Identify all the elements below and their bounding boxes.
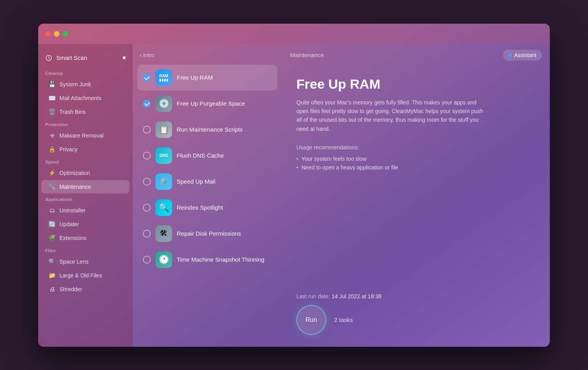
- sidebar-item-mail-attachments[interactable]: ✉️Mail Attachments: [41, 91, 129, 105]
- sidebar-item-label-optimization: Optimization: [59, 170, 90, 176]
- sidebar-item-label-space-lens: Space Lens: [59, 258, 89, 265]
- sidebar-item-uninstaller[interactable]: 🗂Uninstaller: [41, 204, 129, 217]
- sidebar-item-shredder[interactable]: 🖨Shredder: [41, 283, 129, 296]
- detail-content: Free Up RAM Quite often your Mac's memor…: [296, 76, 536, 293]
- detail-description: Quite often your Mac's memory gets fully…: [296, 98, 485, 134]
- maintenance-item-time-machine-snapshot-thinning[interactable]: 🕐 Time Machine Snapshot Thinning: [137, 247, 277, 273]
- titlebar: [38, 24, 550, 44]
- sidebar-item-label-mail-attachments: Mail Attachments: [59, 95, 102, 101]
- maintenance-item-speed-up-mail[interactable]: ⚙️ Speed Up Mail: [137, 169, 277, 195]
- mail-attachments-icon: ✉️: [48, 95, 55, 102]
- close-button[interactable]: [45, 31, 51, 37]
- smart-scan-icon: [45, 54, 52, 61]
- smart-scan-dot: [123, 56, 126, 59]
- maintenance-items-list: RAM Free Up RAM 💿 Free Up Purgeable Spac…: [137, 65, 277, 273]
- free-up-ram-icon: RAM: [155, 69, 172, 86]
- sidebar-item-optimization[interactable]: ⚡Optimization: [41, 166, 129, 180]
- sidebar-item-label-system-junk: System Junk: [59, 81, 91, 87]
- maintenance-icon: 🔧: [48, 183, 55, 190]
- last-run-label: Last run date:: [296, 293, 332, 299]
- sidebar-item-large-old-files[interactable]: 📁Large & Old Files: [41, 269, 129, 282]
- sidebar-item-label-extensions: Extensions: [59, 235, 86, 241]
- maximize-button[interactable]: [63, 31, 68, 37]
- minimize-button[interactable]: [54, 31, 59, 37]
- maintenance-item-run-maintenance-scripts[interactable]: 📋 Run Maintenance Scripts: [137, 117, 277, 143]
- back-arrow-icon: ‹: [140, 52, 142, 58]
- right-panel: Maintenance Assistant Free Up RAM Quite …: [282, 44, 550, 347]
- item-label-free-up-ram: Free Up RAM: [177, 74, 213, 81]
- run-button[interactable]: Run: [296, 305, 326, 335]
- main-content: Smart Scan Cleanup💾System Junk✉️Mail Att…: [38, 44, 550, 347]
- sidebar-item-malware-removal[interactable]: ☣Malware Removal: [41, 129, 129, 142]
- radio-speed-up-mail[interactable]: [143, 178, 151, 186]
- radio-run-maintenance-scripts[interactable]: [143, 126, 151, 134]
- radio-flush-dns-cache[interactable]: [143, 152, 151, 160]
- last-run: Last run date: 14 Jul 2022 at 18:38: [296, 293, 536, 305]
- detail-title: Free Up RAM: [296, 76, 536, 92]
- assistant-button[interactable]: Assistant: [503, 50, 542, 61]
- sidebar-item-label-maintenance: Maintenance: [59, 184, 91, 190]
- radio-repair-disk-permissions[interactable]: [143, 230, 151, 238]
- maintenance-item-reindex-spotlight[interactable]: 🔍 Reindex Spotlight: [137, 195, 277, 221]
- panel-section-title: Maintenance: [290, 52, 324, 58]
- maintenance-item-free-up-purgeable[interactable]: 💿 Free Up Purgeable Space: [137, 91, 277, 117]
- large-old-files-icon: 📁: [48, 272, 55, 279]
- sidebar-item-label-malware-removal: Malware Removal: [59, 132, 104, 139]
- nav-back[interactable]: ‹ Intro: [137, 50, 277, 60]
- usage-recommendations-label: Usage recommendations:: [296, 144, 536, 151]
- privacy-icon: 🔒: [48, 146, 55, 153]
- sidebar-item-label-large-old-files: Large & Old Files: [59, 272, 102, 279]
- panel-title-bar: Maintenance Assistant: [282, 44, 550, 66]
- item-label-run-maintenance-scripts: Run Maintenance Scripts: [177, 126, 243, 133]
- sidebar-item-label-uninstaller: Uninstaller: [59, 207, 85, 214]
- sidebar-item-updater[interactable]: 🔄Updater: [41, 218, 129, 231]
- radio-time-machine-snapshot-thinning[interactable]: [143, 256, 151, 264]
- radio-free-up-ram[interactable]: [143, 74, 151, 82]
- sidebar-item-system-junk[interactable]: 💾System Junk: [41, 78, 129, 91]
- radio-reindex-spotlight[interactable]: [143, 204, 151, 212]
- malware-removal-icon: ☣: [48, 132, 55, 139]
- assistant-dot-icon: [508, 54, 512, 57]
- sidebar: Smart Scan Cleanup💾System Junk✉️Mail Att…: [38, 44, 133, 347]
- maintenance-item-repair-disk-permissions[interactable]: 🛠 Repair Disk Permissions: [137, 221, 277, 247]
- item-label-repair-disk-permissions: Repair Disk Permissions: [177, 230, 241, 237]
- sidebar-item-smart-scan[interactable]: Smart Scan: [38, 50, 133, 65]
- sidebar-section-label-speed: Speed: [38, 156, 133, 166]
- flush-dns-cache-icon: DNS: [155, 147, 172, 164]
- usage-list: Your system feels too slowNeed to open a…: [296, 154, 536, 172]
- back-label: Intro: [143, 52, 154, 58]
- sidebar-section-label-protection: Protection: [38, 119, 133, 128]
- sidebar-item-label-updater: Updater: [59, 221, 79, 227]
- sidebar-item-extensions[interactable]: 🧩Extensions: [41, 231, 129, 245]
- sidebar-section-label-applications: Applications: [38, 194, 133, 203]
- sidebar-item-label-trash-bins: Trash Bins: [59, 109, 85, 115]
- sidebar-item-space-lens[interactable]: 🔍Space Lens: [41, 255, 129, 268]
- app-window: Smart Scan Cleanup💾System Junk✉️Mail Att…: [38, 24, 550, 347]
- updater-icon: 🔄: [48, 221, 55, 228]
- trash-bins-icon: 🗑️: [48, 108, 55, 115]
- sidebar-item-trash-bins[interactable]: 🗑️Trash Bins: [41, 105, 129, 119]
- center-panel: ‹ Intro RAM Free Up RAM 💿 Free Up Purgea…: [133, 44, 282, 347]
- sidebar-sections: Cleanup💾System Junk✉️Mail Attachments🗑️T…: [38, 68, 133, 296]
- maintenance-item-flush-dns-cache[interactable]: DNS Flush DNS Cache: [137, 143, 277, 169]
- usage-item: Your system feels too slow: [296, 154, 536, 163]
- usage-item: Need to open a heavy application or file: [296, 163, 536, 172]
- smart-scan-label: Smart Scan: [56, 54, 87, 61]
- sidebar-item-label-shredder: Shredder: [59, 286, 82, 292]
- uninstaller-icon: 🗂: [48, 207, 55, 214]
- item-label-time-machine-snapshot-thinning: Time Machine Snapshot Thinning: [177, 256, 264, 263]
- last-run-value: 14 Jul 2022 at 18:38: [332, 293, 382, 299]
- traffic-lights: [45, 31, 68, 37]
- sidebar-item-label-privacy: Privacy: [59, 146, 78, 152]
- radio-free-up-purgeable[interactable]: [143, 100, 151, 108]
- maintenance-item-free-up-ram[interactable]: RAM Free Up RAM: [137, 65, 277, 91]
- sidebar-section-label-files: Files: [38, 245, 133, 255]
- item-label-speed-up-mail: Speed Up Mail: [177, 178, 215, 185]
- repair-disk-permissions-icon: 🛠: [155, 225, 172, 242]
- sidebar-item-privacy[interactable]: 🔒Privacy: [41, 143, 129, 156]
- item-label-reindex-spotlight: Reindex Spotlight: [177, 204, 223, 211]
- sidebar-item-maintenance[interactable]: 🔧Maintenance: [41, 180, 129, 193]
- system-junk-icon: 💾: [48, 81, 55, 88]
- optimization-icon: ⚡: [48, 169, 55, 177]
- time-machine-snapshot-thinning-icon: 🕐: [155, 251, 172, 268]
